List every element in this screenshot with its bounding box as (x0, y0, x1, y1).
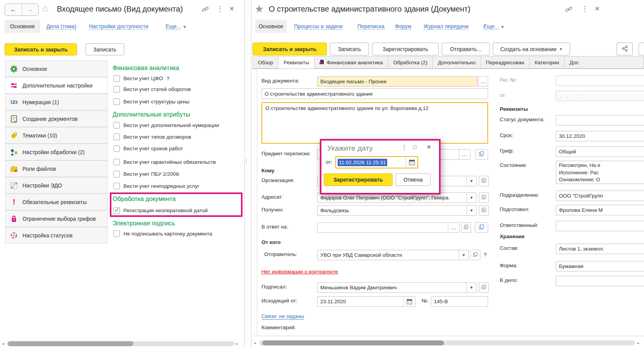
sender-field[interactable]: УВО при УВД Самарской области ▼ (317, 250, 469, 260)
storage-header: Хранение (500, 234, 524, 239)
copy-pages-icon (479, 151, 484, 158)
copy-pages-icon (479, 224, 484, 231)
form-left-border (257, 70, 257, 336)
calendar-icon[interactable] (403, 297, 412, 306)
doc-kind-field[interactable]: Входящее письмо - Прочее (317, 76, 477, 87)
open-window-icon (482, 195, 486, 201)
h-scrollbar-thumb[interactable] (262, 340, 444, 345)
to-header: Кому (261, 168, 275, 174)
requisites-header: Реквизиты (500, 106, 528, 112)
composition-field[interactable]: Листов 1, экземпл. (556, 244, 644, 254)
status-field[interactable] (556, 115, 644, 125)
received-open-button[interactable] (479, 205, 489, 216)
open-window-icon (482, 208, 486, 213)
sender-help-link[interactable]: ? (483, 252, 487, 258)
sender-open-button[interactable] (470, 250, 480, 260)
in-reply-copy-button[interactable] (475, 222, 488, 233)
received-label: Получен: (261, 207, 284, 213)
form-field[interactable]: Бумажная (556, 261, 644, 271)
dropdown-icon[interactable]: ▼ (466, 176, 473, 186)
form-label: Форма: (500, 263, 518, 268)
scroll-left-icon[interactable]: ◂ (254, 340, 256, 345)
due-field[interactable]: 30.12.2020 (556, 131, 644, 141)
subject-label: Предмет переписки: (261, 151, 311, 156)
calendar-icon[interactable] (406, 157, 417, 168)
case-label: В дело: (500, 277, 518, 283)
ellipsis-icon[interactable]: ... (448, 223, 456, 232)
scroll-right-icon[interactable]: ▸ (637, 340, 640, 345)
in-reply-label: В ответ на: (261, 224, 288, 230)
dropdown-icon[interactable]: ▼ (466, 206, 473, 215)
dialog-date-field[interactable]: 11.02.2026 11:25:31 (335, 156, 418, 168)
close-icon[interactable]: × (427, 143, 431, 151)
state-field[interactable]: Рассмотрен, На и Исполнение: Рас Ознаком… (556, 161, 644, 184)
doc-kind-label: Вид документа: (261, 78, 299, 84)
case-field[interactable] (556, 276, 644, 286)
received-field[interactable]: Фельдсвязь ▼ (317, 205, 477, 216)
dropdown-icon[interactable]: ▼ (459, 250, 466, 260)
subject-copy-button[interactable] (475, 149, 488, 160)
sender-label: Отправитель: (264, 251, 297, 257)
open-window-icon (473, 252, 478, 258)
grif-label: Гриф: (500, 148, 514, 154)
open-window-icon (482, 285, 486, 290)
signed-open-button[interactable] (479, 282, 489, 293)
more-menu-icon[interactable]: ⋮ (401, 144, 407, 151)
page: { "left_window": { "title": "Входящее пи… (0, 0, 644, 347)
reg-date-field[interactable]: . . : (556, 91, 644, 101)
form-bottom-border (253, 336, 644, 336)
doc-title-field[interactable]: О строительстве административного здания (261, 88, 488, 99)
status-label: Статус документа: (500, 117, 545, 122)
ellipsis-icon[interactable]: ... (459, 149, 467, 159)
dialog-register-button[interactable]: Зарегистрировать (324, 174, 393, 186)
doc-kind-select-button[interactable]: … (478, 76, 488, 87)
department-field[interactable]: ООО "СтройГрупп (556, 191, 644, 201)
due-label: Срок: (500, 132, 513, 138)
department-label: Подразделение: (500, 192, 539, 198)
dropdown-icon[interactable]: ▼ (466, 193, 473, 203)
outgoing-date-field[interactable]: 23.11.2020 (317, 296, 415, 307)
state-label: Состояние: (500, 162, 527, 168)
grif-field[interactable]: Общий (556, 146, 644, 157)
reg-num-label: Рег. №: (500, 77, 517, 83)
reg-date-label: от: (500, 92, 506, 98)
number-label: №: (422, 298, 429, 304)
doc-summary-field[interactable]: О строительстве административного здания… (261, 102, 488, 144)
no-counterparty-link[interactable]: Нет информации о контрагенте (261, 269, 338, 275)
prepared-field[interactable]: Фролова Елена М (556, 205, 644, 215)
date-dialog: Укажите дату ⋮ □ × от: 11.02.2026 11:25:… (320, 139, 441, 194)
in-reply-field[interactable]: ... (317, 222, 460, 233)
dropdown-icon[interactable]: ▼ (466, 283, 473, 292)
composition-label: Состав: (500, 245, 518, 251)
signed-label: Подписал: (261, 284, 287, 290)
from-header: От кого (261, 239, 280, 245)
number-field[interactable]: 145-В (431, 296, 488, 307)
signed-field[interactable]: Меньшиков Вадим Дмитриевич ▼ (317, 282, 477, 293)
h-scrollbar[interactable] (259, 340, 635, 345)
outgoing-label: Исходящий от: (261, 298, 297, 304)
org-open-button[interactable] (479, 176, 489, 186)
dialog-title: Укажите дату (327, 144, 373, 153)
maximize-icon[interactable]: □ (413, 144, 416, 150)
comment-label: Комментарий: (261, 325, 296, 330)
addressee-open-button[interactable] (479, 192, 489, 203)
dialog-cancel-button[interactable]: Отмена (396, 174, 430, 186)
links-link[interactable]: Связи: не заданы (261, 313, 304, 320)
open-window-icon (464, 225, 468, 230)
prepared-label: Подготовил: (500, 206, 530, 212)
responsible-field[interactable] (556, 221, 644, 231)
open-window-icon (482, 178, 486, 184)
dialog-from-label: от: (326, 159, 332, 165)
org-label: Организация: (261, 177, 294, 183)
in-reply-open-button[interactable] (461, 222, 471, 233)
addressee-label: Адресат: (261, 194, 283, 200)
reg-num-field[interactable] (556, 76, 644, 86)
responsible-label: Ответственный: (500, 222, 538, 228)
